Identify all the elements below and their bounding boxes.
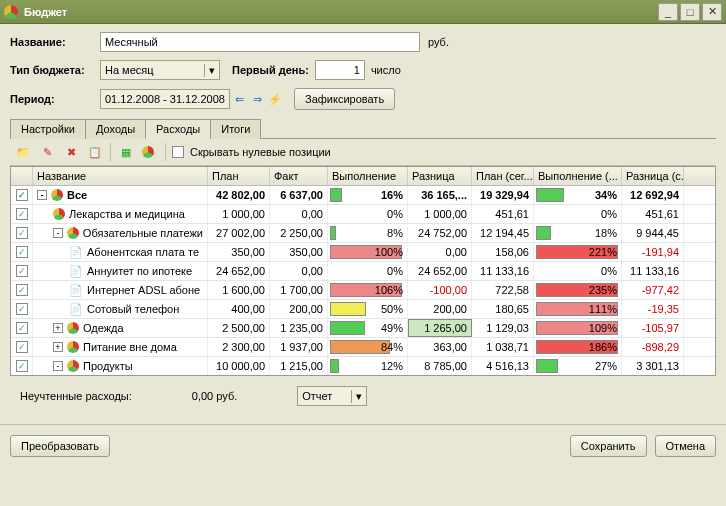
category-icon — [67, 227, 79, 239]
firstday-input[interactable] — [315, 60, 365, 80]
currency-label: руб. — [428, 36, 449, 48]
row-checkbox[interactable]: ✓ — [16, 227, 28, 239]
hide-zero-label: Скрывать нулевые позиции — [190, 146, 331, 158]
copy-icon[interactable]: 📋 — [86, 143, 104, 161]
row-checkbox[interactable]: ✓ — [16, 246, 28, 258]
form-area: Название: руб. Тип бюджета: На месяц▾ Пе… — [0, 24, 726, 424]
expand-icon[interactable]: + — [53, 342, 63, 352]
col-razn[interactable]: Разница — [408, 167, 472, 185]
col-plan[interactable]: План — [208, 167, 270, 185]
maximize-button[interactable]: □ — [680, 3, 700, 21]
table-row[interactable]: ✓📄Абонентская плата те350,00350,00100%0,… — [11, 243, 715, 262]
category-icon — [53, 208, 65, 220]
table-row[interactable]: ✓Лекарства и медицина1 000,000,000%1 000… — [11, 205, 715, 224]
grid-header: Название План Факт Выполнение Разница Пл… — [11, 167, 715, 186]
separator — [110, 143, 111, 161]
col-plans[interactable]: План (сег... — [472, 167, 534, 185]
row-name: Питание вне дома — [83, 341, 177, 353]
untracked-label: Неучтенные расходы: — [20, 390, 132, 402]
untracked-value: 0,00 руб. — [192, 390, 237, 402]
window-title: Бюджет — [24, 6, 656, 18]
chevron-down-icon: ▾ — [351, 390, 362, 403]
tabs: Настройки Доходы Расходы Итоги — [10, 118, 716, 139]
type-label: Тип бюджета: — [10, 64, 100, 76]
name-input[interactable] — [100, 32, 420, 52]
tab-income[interactable]: Доходы — [85, 119, 146, 139]
document-icon: 📄 — [69, 284, 83, 297]
row-name: Аннуитет по ипотеке — [87, 265, 192, 277]
row-name: Абонентская плата те — [87, 246, 199, 258]
expand-icon[interactable]: - — [53, 361, 63, 371]
excel-icon[interactable]: ▦ — [117, 143, 135, 161]
period-select[interactable]: 01.12.2008 - 31.12.2008 — [100, 89, 230, 109]
cancel-button[interactable]: Отмена — [655, 435, 716, 457]
table-row[interactable]: ✓-Продукты10 000,001 215,0012%8 785,004 … — [11, 357, 715, 376]
expand-icon[interactable]: - — [37, 190, 47, 200]
prev-arrow-icon[interactable]: ⇐ — [230, 90, 248, 108]
expand-icon[interactable]: + — [53, 323, 63, 333]
save-button[interactable]: Сохранить — [570, 435, 647, 457]
row-name: Обязательные платежи — [83, 227, 203, 239]
firstday-unit: число — [371, 64, 401, 76]
expand-icon[interactable]: - — [53, 228, 63, 238]
row-checkbox[interactable]: ✓ — [16, 341, 28, 353]
row-name: Все — [67, 189, 87, 201]
row-checkbox[interactable]: ✓ — [16, 208, 28, 220]
col-vyp2[interactable]: Выполнение (... — [534, 167, 622, 185]
folder-icon[interactable]: 📁 — [14, 143, 32, 161]
chart-icon[interactable] — [141, 143, 159, 161]
tab-settings[interactable]: Настройки — [10, 119, 86, 139]
category-icon — [67, 322, 79, 334]
report-button[interactable]: Отчет▾ — [297, 386, 367, 406]
row-name: Сотовый телефон — [87, 303, 179, 315]
table-row[interactable]: ✓+Питание вне дома2 300,001 937,0084%363… — [11, 338, 715, 357]
titlebar: Бюджет _ □ ✕ — [0, 0, 726, 24]
hide-zero-checkbox[interactable] — [172, 146, 184, 158]
row-name: Лекарства и медицина — [69, 208, 185, 220]
edit-icon[interactable]: ✎ — [38, 143, 56, 161]
row-checkbox[interactable]: ✓ — [16, 360, 28, 372]
type-select[interactable]: На месяц▾ — [100, 60, 220, 80]
category-icon — [67, 341, 79, 353]
chevron-down-icon: ▾ — [204, 64, 215, 77]
row-checkbox[interactable]: ✓ — [16, 265, 28, 277]
name-label: Название: — [10, 36, 100, 48]
delete-icon[interactable]: ✖ — [62, 143, 80, 161]
close-button[interactable]: ✕ — [702, 3, 722, 21]
row-checkbox[interactable]: ✓ — [16, 189, 28, 201]
bottom-buttons: Преобразовать Сохранить Отмена — [0, 424, 726, 467]
minimize-button[interactable]: _ — [658, 3, 678, 21]
document-icon: 📄 — [69, 246, 83, 259]
lightning-icon[interactable]: ⚡ — [266, 90, 284, 108]
period-label: Период: — [10, 93, 100, 105]
footer-row: Неучтенные расходы: 0,00 руб. Отчет▾ — [10, 376, 716, 416]
row-checkbox[interactable]: ✓ — [16, 322, 28, 334]
app-icon — [4, 5, 18, 19]
toolbar: 📁 ✎ ✖ 📋 ▦ Скрывать нулевые позиции — [10, 139, 716, 166]
fix-button[interactable]: Зафиксировать — [294, 88, 395, 110]
col-vyp[interactable]: Выполнение — [328, 167, 408, 185]
grid[interactable]: Название План Факт Выполнение Разница Пл… — [10, 166, 716, 376]
row-name: Одежда — [83, 322, 124, 334]
table-row[interactable]: ✓📄Сотовый телефон400,00200,0050%200,0018… — [11, 300, 715, 319]
category-icon — [67, 360, 79, 372]
col-name[interactable]: Название — [33, 167, 208, 185]
col-razn2[interactable]: Разница (с... — [622, 167, 684, 185]
row-checkbox[interactable]: ✓ — [16, 303, 28, 315]
tab-totals[interactable]: Итоги — [210, 119, 261, 139]
separator — [165, 143, 166, 161]
transform-button[interactable]: Преобразовать — [10, 435, 110, 457]
row-checkbox[interactable]: ✓ — [16, 284, 28, 296]
next-arrow-icon[interactable]: ⇒ — [248, 90, 266, 108]
table-row[interactable]: ✓-Все42 802,006 637,0016%36 165,...19 32… — [11, 186, 715, 205]
table-row[interactable]: ✓📄Аннуитет по ипотеке24 652,000,000%24 6… — [11, 262, 715, 281]
table-row[interactable]: ✓-Обязательные платежи27 002,002 250,008… — [11, 224, 715, 243]
row-name: Интернет ADSL абоне — [87, 284, 200, 296]
document-icon: 📄 — [69, 265, 83, 278]
table-row[interactable]: ✓+Одежда2 500,001 235,0049%1 265,001 129… — [11, 319, 715, 338]
tab-expenses[interactable]: Расходы — [145, 119, 211, 139]
col-fact[interactable]: Факт — [270, 167, 328, 185]
firstday-label: Первый день: — [232, 64, 309, 76]
table-row[interactable]: ✓📄Интернет ADSL абоне1 600,001 700,00106… — [11, 281, 715, 300]
row-name: Продукты — [83, 360, 133, 372]
